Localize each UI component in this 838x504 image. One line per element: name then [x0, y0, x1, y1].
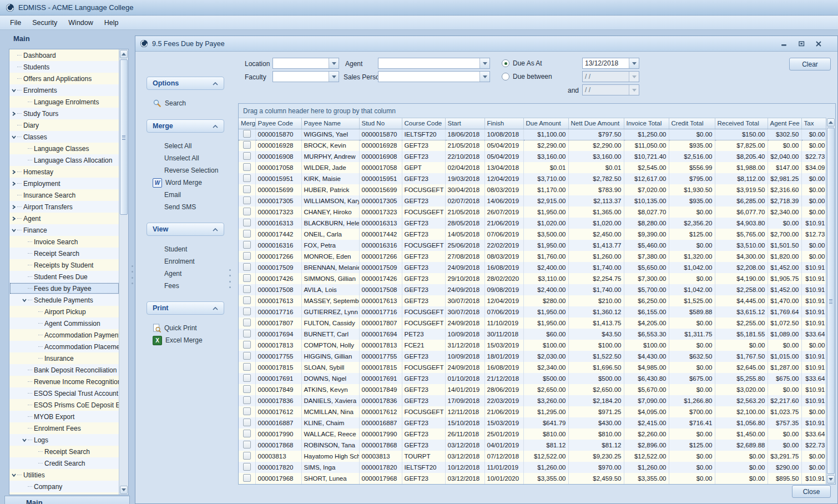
sidebar-item-student-fees-due[interactable]: Student Fees Due	[9, 271, 119, 283]
table-row[interactable]: 0000015699HUBER, Patrick0000015699FOCUSG…	[239, 184, 827, 195]
unselect-all-button[interactable]: Unselect All	[147, 152, 224, 164]
sales-person-select[interactable]	[378, 71, 490, 82]
table-row[interactable]: 0000017426SIMMONS, Gillian0000017426GEFT…	[239, 273, 827, 284]
merge-checkbox[interactable]	[243, 452, 251, 460]
sidebar-item-airport-pickup[interactable]: Airport Pickup	[9, 306, 119, 317]
table-row[interactable]: 00003813Hayatomo High Schoo00003813TOURP…	[239, 451, 827, 462]
merge-checkbox[interactable]	[243, 363, 251, 371]
sidebar-item-airport-transfers[interactable]: Airport Transfers	[9, 201, 119, 213]
column-header-invoice-total[interactable]: Invoice Total	[624, 118, 669, 129]
merge-checkbox[interactable]	[243, 474, 251, 482]
table-row[interactable]: 0000017968SHORT, Lunea0000017968GEFT2303…	[239, 473, 827, 484]
table-row[interactable]: 0000017836DANIELS, Xaviera0000017836GEFT…	[239, 395, 827, 406]
table-row[interactable]: 0000015951KIRK, Maisie0000015951GEFT2319…	[239, 173, 827, 184]
agent-select[interactable]	[378, 58, 490, 69]
table-row[interactable]: 0000016313BLACKBURN, Helen0000016313GEFT…	[239, 218, 827, 229]
table-row[interactable]: 0000016928BROCK, Kevin0000016928GEFT2321…	[239, 140, 827, 151]
due-between-date-to[interactable]: / /	[582, 84, 639, 95]
chevron-down-icon[interactable]	[629, 58, 639, 68]
sidebar-item-diary[interactable]: Diary	[9, 119, 119, 131]
close-button[interactable]: Close	[792, 485, 831, 498]
sidebar-item-company[interactable]: Company	[9, 481, 119, 492]
table-row[interactable]: 0000017612MCMILLAN, Nina0000017612FOCUSG…	[239, 406, 827, 417]
close-icon[interactable]	[812, 39, 825, 49]
column-header-start[interactable]: Start	[445, 118, 484, 129]
expand-icon[interactable]	[11, 216, 17, 221]
sidebar-item-enrolment-fees[interactable]: Enrolment Fees	[9, 422, 119, 434]
expand-icon[interactable]	[11, 204, 17, 210]
merge-checkbox[interactable]	[243, 130, 251, 138]
sidebar-item-agent[interactable]: Agent	[9, 213, 119, 224]
panel-header-merge[interactable]: Merge	[147, 119, 224, 133]
sidebar-item-language-class-allocation[interactable]: Language Class Allocation	[9, 154, 119, 166]
sidebar-item-fees-due-by-payee[interactable]: Fees due by Payee	[9, 283, 119, 294]
menu-file[interactable]: File	[4, 17, 27, 28]
send-sms-button[interactable]: Send SMS	[147, 201, 224, 213]
sidebar-scrollbar[interactable]	[119, 49, 128, 495]
panel-header-view[interactable]: View	[147, 223, 224, 236]
menu-help[interactable]: Help	[99, 17, 124, 28]
faculty-select[interactable]	[272, 71, 339, 82]
merge-checkbox[interactable]	[243, 419, 251, 426]
table-row[interactable]: 0000016887KLINE, Chaim0000016887GEFT2315…	[239, 417, 827, 429]
reverse-selection-button[interactable]: Reverse Selection	[147, 164, 224, 177]
column-header-finish[interactable]: Finish	[484, 118, 523, 129]
merge-checkbox[interactable]	[243, 396, 251, 404]
chevron-down-icon[interactable]	[479, 72, 489, 82]
location-select[interactable]	[272, 58, 339, 69]
sidebar-item-esos-prisms-coe-deposit-expor[interactable]: ESOS Prisms CoE Deposit Expor	[9, 399, 119, 411]
column-header-due-amount[interactable]: Due Amount	[523, 118, 568, 129]
sidebar-item-insurance[interactable]: Insurance	[9, 352, 119, 364]
merge-checkbox[interactable]	[243, 163, 251, 171]
sidebar-item-invoice-search[interactable]: Invoice Search	[9, 236, 119, 248]
table-row[interactable]: 0000017058WILDER, Jade0000017058GEPT02/0…	[239, 162, 827, 173]
sidebar-item-receipt-search[interactable]: Receipt Search	[9, 248, 119, 259]
column-header-payee-code[interactable]: Payee Code	[255, 118, 301, 129]
merge-checkbox[interactable]	[243, 330, 251, 337]
collapse-icon[interactable]	[11, 88, 17, 93]
minimize-icon[interactable]	[778, 39, 791, 49]
scroll-up-icon[interactable]	[120, 50, 128, 58]
group-by-hint[interactable]: Drag a column header here to group by th…	[239, 104, 835, 118]
email-button[interactable]: Email	[147, 189, 224, 201]
due-between-date-from[interactable]: / /	[582, 71, 639, 82]
chevron-up-icon[interactable]	[213, 79, 218, 87]
table-row[interactable]: 0000017755HIGGINS, Gillian0000017755GEFT…	[239, 351, 827, 362]
merge-checkbox[interactable]	[243, 152, 251, 160]
collapse-icon[interactable]	[11, 228, 17, 233]
merge-checkbox[interactable]	[243, 230, 251, 238]
collapse-icon[interactable]	[11, 472, 17, 478]
menu-security[interactable]: Security	[27, 17, 63, 28]
sidebar-item-accommodation-placement[interactable]: Accommodation Placement	[9, 341, 119, 352]
panel-header-print[interactable]: Print	[147, 301, 224, 315]
scroll-down-icon[interactable]	[827, 475, 835, 483]
sidebar-item-bank-deposit-reconciliation[interactable]: Bank Deposit Reconciliation	[9, 364, 119, 376]
enrolment-button[interactable]: Enrolment	[147, 255, 224, 268]
table-row[interactable]: 0000017990WALLACE, Reece0000017990GEFT23…	[239, 429, 827, 440]
sidebar-item-language-enrolments[interactable]: Language Enrolments	[9, 96, 119, 108]
merge-checkbox[interactable]	[243, 274, 251, 282]
restore-icon[interactable]	[795, 39, 808, 49]
sidebar-splitter-grip[interactable]	[131, 265, 134, 284]
table-row[interactable]: 0000017509BRENNAN, Melanie0000017509GEFT…	[239, 262, 827, 273]
merge-checkbox[interactable]	[243, 285, 251, 293]
table-row[interactable]: 0000016908MURPHY, Andrew0000016908GEFT23…	[239, 151, 827, 162]
sidebar-item-utilities[interactable]: Utilities	[9, 469, 119, 481]
merge-checkbox[interactable]	[243, 341, 251, 349]
sidebar-item-employment[interactable]: Employment	[9, 178, 119, 189]
sidebar-item-myob-export[interactable]: MYOB Export	[9, 411, 119, 422]
collapse-icon[interactable]	[21, 437, 28, 443]
merge-checkbox[interactable]	[243, 430, 251, 437]
table-row[interactable]: 0000017849ATKINS, Kevyn0000017849GEFT231…	[239, 384, 827, 395]
sidebar-item-schedule-payments[interactable]: Schedule Payments	[9, 294, 119, 306]
table-row[interactable]: 0000017442ONEIL, Carla0000017442GEFT2314…	[239, 229, 827, 240]
column-header-received-total[interactable]: Received Total	[715, 118, 768, 129]
table-row[interactable]: 0000017813COMPTON, Holly0000017813FCE213…	[239, 340, 827, 351]
column-header-credit-total[interactable]: Credit Total	[669, 118, 715, 129]
select-all-button[interactable]: Select All	[147, 140, 224, 152]
table-row[interactable]: 0000016316FOX, Petra0000016316FOCUSGEFT2…	[239, 240, 827, 251]
merge-checkbox[interactable]	[243, 319, 251, 326]
merge-checkbox[interactable]	[243, 263, 251, 271]
collapse-icon[interactable]	[11, 134, 17, 140]
merge-checkbox[interactable]	[243, 241, 251, 249]
